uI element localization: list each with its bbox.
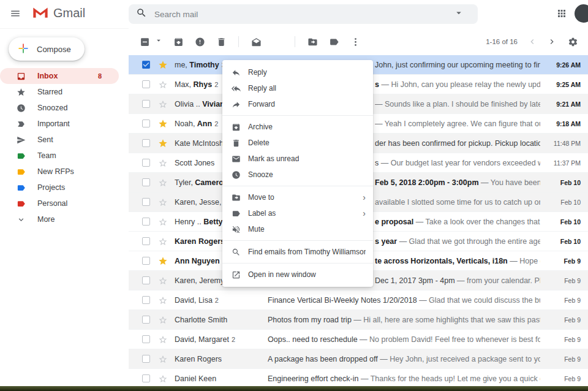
sidebar-item-more[interactable]: More	[0, 211, 129, 227]
row-checkbox[interactable]	[142, 80, 150, 88]
menu-item-reply-all[interactable]: Reply all	[222, 80, 373, 96]
snooze-icon[interactable]	[271, 37, 284, 47]
search-icon	[232, 248, 241, 257]
menu-item-mark-as-unread[interactable]: Mark as unread	[222, 151, 373, 167]
more-icon[interactable]	[349, 37, 361, 47]
row-checkbox[interactable]	[142, 296, 150, 304]
row-checkbox[interactable]	[142, 374, 150, 382]
sidebar-item-important[interactable]: Important	[0, 116, 129, 132]
row-checkbox[interactable]	[142, 276, 150, 284]
avatar[interactable]	[575, 4, 588, 23]
menu-section: Reply Reply all Forward	[222, 61, 373, 116]
row-checkbox[interactable]	[141, 59, 151, 70]
row-checkbox[interactable]	[142, 237, 150, 245]
email-time: 9:18 AM	[556, 114, 581, 134]
email-subject: Finance Vertical Bi-Weekly Notes 1/20/20…	[268, 290, 540, 310]
tag-icon	[17, 183, 28, 192]
mark-as-read-icon[interactable]	[250, 37, 262, 47]
archive-icon[interactable]	[172, 37, 184, 47]
select-checkbox-icon[interactable]	[138, 37, 151, 47]
menu-item-snooze[interactable]: Snooze	[222, 167, 373, 183]
older-page-chevron-icon[interactable]	[547, 37, 557, 47]
star-icon[interactable]	[158, 197, 169, 207]
menu-item-forward[interactable]: Forward	[222, 96, 373, 112]
sidebar-item-projects[interactable]: Projects	[0, 180, 129, 196]
menu-item-reply[interactable]: Reply	[222, 64, 373, 80]
email-subject: s — Our budget last year for vendors exc…	[375, 153, 540, 173]
submenu-arrow-icon: ›	[363, 209, 366, 218]
sidebar-item-snoozed[interactable]: Snoozed	[0, 100, 129, 116]
row-checkbox[interactable]	[142, 178, 150, 186]
row-checkbox[interactable]	[142, 218, 150, 226]
apps-grid-icon[interactable]	[556, 8, 567, 21]
select-caret-icon[interactable]	[154, 36, 163, 47]
email-sender: Karen Rogers	[175, 355, 268, 363]
star-icon[interactable]	[158, 256, 169, 266]
settings-gear-icon[interactable]	[568, 37, 578, 47]
delete-icon	[232, 139, 241, 148]
star-icon[interactable]	[158, 80, 169, 89]
search-options-caret-icon[interactable]	[453, 7, 464, 21]
menu-section: Find emails from Timothy Williamson	[222, 241, 373, 264]
email-row[interactable]: Karen Rogers A package has been dropped …	[129, 349, 588, 369]
email-time: Feb 9	[564, 349, 581, 369]
email-row[interactable]: David, Margaret2 Oops.. need to reschedu…	[129, 330, 588, 349]
star-icon[interactable]	[158, 99, 169, 109]
report-spam-icon[interactable]	[194, 37, 206, 47]
menu-item-archive[interactable]: Archive	[222, 119, 373, 135]
row-checkbox[interactable]	[142, 355, 150, 363]
gmail-logo-text: Gmail	[53, 6, 85, 20]
menu-item-delete[interactable]: Delete	[222, 135, 373, 151]
sidebar-item-starred[interactable]: Starred	[0, 84, 129, 100]
sidebar-item-personal[interactable]: Personal	[0, 196, 129, 211]
search-input[interactable]: Search mail	[154, 10, 453, 19]
hamburger-menu-icon[interactable]	[10, 8, 21, 21]
delete-icon[interactable]	[215, 37, 227, 47]
email-row[interactable]: David, Lisa2 Finance Vertical Bi-Weekly …	[129, 290, 588, 310]
row-checkbox[interactable]	[142, 100, 150, 108]
star-icon[interactable]	[158, 119, 169, 129]
star-icon[interactable]	[158, 178, 169, 188]
row-checkbox[interactable]	[142, 198, 150, 206]
email-subject: John, just confirming our upcoming meeti…	[375, 55, 540, 75]
toolbar: 1-16 of 16	[129, 28, 588, 55]
newer-page-chevron-icon[interactable]	[527, 37, 537, 47]
row-checkbox[interactable]	[142, 159, 150, 167]
sidebar-item-inbox[interactable]: Inbox 8	[0, 68, 119, 84]
row-checkbox[interactable]	[142, 335, 150, 343]
star-icon[interactable]	[158, 60, 169, 70]
plus-icon	[17, 42, 29, 56]
star-icon[interactable]	[158, 158, 169, 168]
star-icon[interactable]	[158, 354, 169, 364]
menu-item-open-in-new-window[interactable]: Open in new window	[222, 267, 373, 283]
email-sender: Charlotte Smith	[175, 316, 268, 324]
compose-button[interactable]: Compose	[9, 37, 85, 61]
star-icon[interactable]	[158, 335, 169, 344]
email-subject: der has been confirmed for pickup. Picku…	[375, 134, 540, 153]
star-icon[interactable]	[158, 217, 169, 227]
sidebar-item-sent[interactable]: Sent	[0, 132, 129, 148]
search-bar[interactable]: Search mail	[129, 4, 478, 24]
star-icon[interactable]	[158, 315, 169, 325]
menu-item-mute[interactable]: Mute	[222, 221, 373, 237]
sidebar-item-team[interactable]: Team	[0, 148, 129, 164]
email-subject: A package has been dropped off — Hey Joh…	[268, 349, 540, 369]
row-checkbox[interactable]	[142, 139, 150, 147]
email-time: 9:25 AM	[556, 75, 581, 94]
row-checkbox[interactable]	[142, 257, 150, 265]
sidebar-item-new-rfps[interactable]: New RFPs	[0, 164, 129, 180]
star-icon[interactable]	[158, 295, 169, 305]
email-row[interactable]: Charlotte Smith Photos from my road trip…	[129, 310, 588, 330]
star-icon[interactable]	[158, 237, 169, 246]
menu-item-find-emails-from-timothy-williamson[interactable]: Find emails from Timothy Williamson	[222, 244, 373, 260]
star-icon[interactable]	[158, 374, 169, 384]
row-checkbox[interactable]	[142, 316, 150, 324]
star-icon[interactable]	[158, 276, 169, 286]
star-icon[interactable]	[158, 139, 169, 148]
menu-item-label-as[interactable]: Label as ›	[222, 205, 373, 221]
row-checkbox[interactable]	[142, 120, 150, 127]
move-to-icon[interactable]	[306, 37, 318, 47]
menu-item-move-to[interactable]: Move to ›	[222, 189, 373, 205]
reply-icon	[232, 68, 241, 77]
labels-icon[interactable]	[328, 37, 340, 47]
